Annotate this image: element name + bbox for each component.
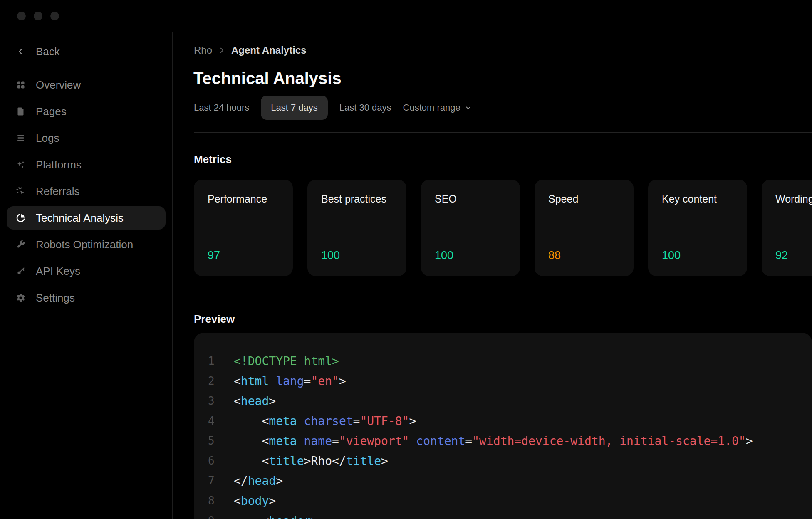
breadcrumb-current[interactable]: Agent Analytics [231, 44, 306, 56]
sidebar: Back OverviewPagesLogsPlatformsReferrals… [0, 32, 173, 519]
metric-card-label: SEO [435, 193, 457, 205]
document-icon [16, 106, 26, 116]
sidebar-item-technical-analysis[interactable]: Technical Analysis [7, 206, 166, 230]
line-number: 6 [208, 455, 220, 467]
grid-icon [16, 80, 26, 90]
line-number: 2 [208, 375, 220, 387]
sidebar-nav: OverviewPagesLogsPlatformsReferralsTechn… [7, 73, 166, 309]
window-control-dot[interactable] [34, 12, 42, 20]
metric-card-value: 100 [321, 249, 340, 262]
code-line: 3<head> [194, 391, 812, 411]
code-line-source: <meta charset="UTF-8"> [234, 414, 416, 428]
code-line: 5 <meta name="viewport" content="width=d… [194, 431, 812, 451]
code-line: 4 <meta charset="UTF-8"> [194, 411, 812, 431]
line-number: 9 [208, 514, 220, 519]
page-title: Technical Analysis [193, 69, 342, 88]
sidebar-item-label: Logs [36, 132, 59, 145]
line-number: 1 [208, 355, 220, 367]
key-icon [16, 266, 26, 276]
time-filter-last-30-days[interactable]: Last 30 days [339, 96, 391, 120]
metric-card-wording: Wording92 [762, 180, 812, 276]
metric-card-label: Wording [775, 193, 812, 205]
metric-card-label: Speed [548, 193, 578, 205]
metric-card-key-content: Key content100 [648, 180, 747, 276]
code-line-source: <head> [234, 394, 276, 408]
pie-chart-icon [16, 213, 26, 223]
sidebar-item-label: Technical Analysis [36, 212, 124, 225]
metric-card-label: Best practices [321, 193, 386, 205]
time-filter-label: Last 24 hours [194, 102, 249, 113]
metric-card-speed: Speed88 [535, 180, 634, 276]
metric-card-label: Performance [208, 193, 267, 205]
line-number: 4 [208, 415, 220, 427]
preview-heading: Preview [194, 313, 235, 326]
sidebar-item-label: API Keys [36, 265, 80, 278]
sidebar-item-settings[interactable]: Settings [7, 286, 166, 309]
time-filter-label: Last 30 days [339, 102, 391, 113]
line-number: 5 [208, 435, 220, 447]
sidebar-item-pages[interactable]: Pages [7, 100, 166, 123]
code-line: 9 <header> [194, 511, 812, 519]
sidebar-item-label: Pages [36, 105, 67, 118]
sidebar-item-label: Settings [36, 292, 75, 304]
sidebar-item-platforms[interactable]: Platforms [7, 153, 166, 176]
chevron-left-icon [16, 47, 26, 57]
metric-card-value: 100 [435, 249, 453, 262]
metric-card-value: 100 [662, 249, 681, 262]
pointer-click-icon [16, 186, 26, 196]
sidebar-item-label: Robots Optimization [36, 238, 133, 251]
code-line-source: <meta name="viewport" content="width=dev… [234, 434, 753, 448]
time-filter-last-7-days[interactable]: Last 7 days [261, 96, 328, 120]
sidebar-item-label: Platforms [36, 158, 82, 171]
wrench-icon [16, 240, 26, 250]
window-control-dot[interactable] [17, 12, 26, 20]
line-number: 8 [208, 494, 220, 507]
sidebar-item-label: Overview [36, 79, 81, 91]
sidebar-item-api-keys[interactable]: API Keys [7, 260, 166, 283]
window-control-dot[interactable] [50, 12, 59, 20]
code-line-source: <header> [234, 514, 318, 519]
metric-card-value: 97 [208, 249, 220, 262]
code-line-source: <!DOCTYPE html> [234, 354, 339, 368]
metric-card-value: 88 [548, 249, 561, 262]
sidebar-item-overview[interactable]: Overview [7, 73, 166, 96]
chevron-down-icon [465, 104, 472, 111]
time-filter-custom-range[interactable]: Custom range [403, 96, 472, 120]
metrics-heading: Metrics [194, 153, 232, 166]
line-number: 3 [208, 395, 220, 407]
code-line: 2<html lang="en"> [194, 371, 812, 391]
breadcrumb: Rho Agent Analytics [194, 44, 307, 56]
time-filter-last-24-hours[interactable]: Last 24 hours [194, 96, 249, 120]
sparkles-icon [16, 160, 26, 170]
time-filter-label: Custom range [403, 102, 460, 113]
sidebar-item-label: Referrals [36, 185, 79, 198]
sidebar-item-referrals[interactable]: Referrals [7, 180, 166, 203]
code-line-source: <html lang="en"> [234, 374, 346, 388]
app-window: { "theme": { "background": "#000000", "s… [0, 0, 812, 519]
gear-icon [16, 293, 26, 303]
code-line: 8<body> [194, 491, 812, 511]
sidebar-item-robots-optimization[interactable]: Robots Optimization [7, 233, 166, 256]
window-titlebar [0, 0, 812, 32]
code-line-source: </head> [234, 474, 283, 488]
back-button[interactable]: Back [7, 40, 166, 63]
code-line-source: <title>Rho</title> [234, 454, 388, 468]
sidebar-item-logs[interactable]: Logs [7, 126, 166, 150]
metric-card-performance: Performance97 [194, 180, 293, 276]
list-icon [16, 133, 26, 143]
back-label: Back [36, 45, 60, 58]
metric-card-value: 92 [775, 249, 788, 262]
code-line: 1<!DOCTYPE html> [194, 351, 812, 371]
time-filter-label: Last 7 days [271, 102, 318, 113]
line-number: 7 [208, 475, 220, 487]
code-line-source: <body> [234, 494, 276, 508]
section-divider [194, 132, 812, 133]
time-filter-tabs: Last 24 hoursLast 7 daysLast 30 daysCust… [194, 96, 472, 120]
breadcrumb-root[interactable]: Rho [194, 44, 212, 56]
metric-card-label: Key content [662, 193, 717, 205]
code-preview-panel[interactable]: 1<!DOCTYPE html>2<html lang="en">3<head>… [194, 333, 812, 519]
metric-cards-row: Performance97Best practices100SEO100Spee… [194, 180, 812, 276]
code-line: 7</head> [194, 471, 812, 491]
chevron-right-icon [218, 47, 225, 54]
metric-card-seo: SEO100 [421, 180, 520, 276]
